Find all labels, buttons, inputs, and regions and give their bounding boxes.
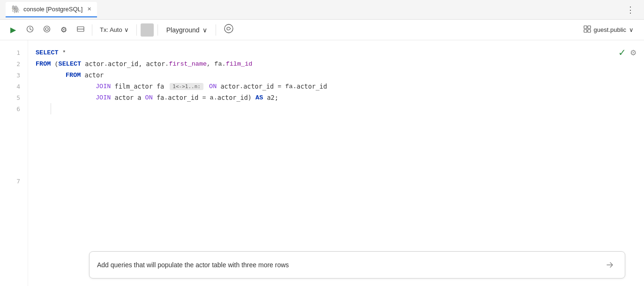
tx-dropdown-button[interactable]: Tx: Auto ∨ [96, 24, 133, 35]
code-line-6 [36, 103, 644, 114]
divider-1 [92, 24, 92, 36]
svg-point-2 [45, 28, 48, 30]
check-icon: ✓ [618, 47, 626, 58]
ai-input-text: Add queries that will populate the actor… [97, 261, 602, 269]
schema-selector-button[interactable]: guest.public ∨ [579, 23, 638, 36]
schema-grid-icon [584, 25, 591, 34]
playground-dropdown-button[interactable]: Playground ∨ [162, 24, 212, 36]
kw-as: AS [252, 94, 263, 101]
kw-from-2: FROM [66, 72, 81, 79]
editor-settings-icon[interactable]: ⚙ [630, 48, 637, 57]
kw-on-1: ON [205, 83, 217, 90]
line-number-6: 6 [0, 103, 28, 114]
line-number-3: 3 [0, 69, 28, 81]
layout-button[interactable] [73, 23, 88, 38]
playground-chevron-icon: ∨ [202, 26, 207, 34]
line-number-5: 5 [0, 92, 28, 103]
line-number-7: 7 [0, 175, 28, 187]
code-line-5: JOIN actor a ON fa . actor_id = a . acto… [36, 92, 644, 103]
tab-item[interactable]: 🐘 console [PostgreSQL] ✕ [6, 2, 97, 17]
tx-label: Tx: Auto [100, 26, 122, 33]
code-line-4: JOIN film_actor fa 1<->1..n: ON actor . … [36, 81, 644, 92]
svg-rect-9 [588, 30, 591, 32]
divider-2 [136, 24, 137, 36]
gear-icon: ⚙ [60, 25, 67, 34]
schema-chevron-icon: ∨ [629, 26, 634, 33]
kw-select-2: SELECT [59, 60, 82, 68]
kw-select-1: SELECT [36, 49, 59, 56]
pin-icon [43, 25, 51, 35]
prop-first-name: first_name [169, 60, 207, 68]
relation-badge: 1<->1..n: [170, 83, 203, 90]
kw-join-2: JOIN [96, 94, 111, 101]
code-line-3: FROM actor [36, 69, 644, 81]
divider-3 [157, 24, 158, 36]
history-button[interactable] [22, 23, 37, 38]
svg-point-5 [225, 24, 233, 33]
svg-point-1 [44, 26, 50, 32]
tab-close-button[interactable]: ✕ [87, 6, 91, 12]
run-icon: ▶ [10, 25, 16, 34]
divider-4 [216, 24, 216, 36]
code-actions: ✓ ⚙ [618, 47, 637, 58]
code-editor[interactable]: ✓ ⚙ SELECT * FROM ( SELECT actor . actor… [28, 40, 644, 286]
main-content: 1 2 3 4 5 6 7 ✓ ⚙ SELECT * FROM ( SELECT… [0, 40, 644, 286]
settings-button[interactable]: ⚙ [56, 23, 71, 38]
run-button[interactable]: ▶ [6, 23, 21, 38]
ai-icon[interactable] [220, 22, 238, 38]
schema-label: guest.public [594, 26, 626, 33]
line-numbers: 1 2 3 4 5 6 7 [0, 40, 28, 286]
kw-from: FROM [36, 60, 51, 68]
toolbar: ▶ ⚙ Tx: Auto ∨ [0, 20, 644, 40]
code-line-2: FROM ( SELECT actor . actor_id, actor . … [36, 58, 644, 69]
line-number-4: 4 [0, 81, 28, 92]
playground-label: Playground [166, 26, 200, 34]
line-number-2: 2 [0, 58, 28, 69]
kw-on-2: ON [145, 94, 153, 101]
layout-icon [77, 25, 84, 35]
ai-input-container: Add queries that will populate the actor… [89, 251, 625, 278]
pin-button[interactable] [39, 23, 54, 38]
prop-film-id: film_id [226, 60, 253, 68]
tx-chevron-icon: ∨ [124, 26, 129, 33]
svg-rect-6 [584, 26, 587, 29]
tab-label: console [PostgreSQL] [23, 6, 82, 13]
svg-rect-8 [584, 30, 587, 32]
title-bar-left: 🐘 console [PostgreSQL] ✕ [6, 2, 97, 17]
ai-send-button[interactable] [602, 257, 617, 272]
elephant-icon: 🐘 [11, 5, 21, 14]
history-icon [26, 25, 34, 35]
svg-rect-7 [588, 26, 591, 29]
stop-button[interactable] [141, 23, 154, 37]
code-line-1: SELECT * [36, 47, 644, 58]
more-icon[interactable]: ⋮ [622, 3, 638, 17]
title-bar: 🐘 console [PostgreSQL] ✕ ⋮ [0, 0, 644, 20]
line-number-1: 1 [0, 47, 28, 58]
title-bar-right: ⋮ [622, 3, 638, 17]
kw-join-1: JOIN [96, 83, 111, 90]
